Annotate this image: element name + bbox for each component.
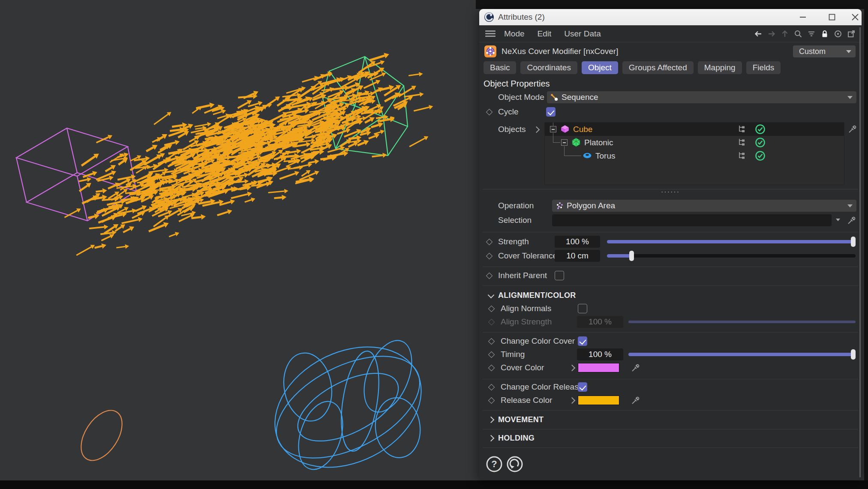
cover-tolerance-input[interactable]: 10 cm [555, 250, 600, 262]
object-mode-label: Object Mode [498, 91, 544, 104]
strength-slider[interactable] [607, 240, 856, 243]
cover-color-eyedropper-icon[interactable] [630, 362, 641, 373]
alignment-color-section-header[interactable]: ALIGNMENT/COLOR [479, 288, 862, 302]
tree-expander-icon[interactable] [550, 126, 556, 132]
keyframe-diamond-icon[interactable] [486, 273, 493, 279]
tab-object[interactable]: Object [582, 61, 618, 74]
tree-expander-icon[interactable] [561, 139, 568, 146]
tab-basic[interactable]: Basic [484, 61, 516, 74]
preset-dropdown[interactable]: Custom [793, 45, 856, 57]
help-icon[interactable]: ? [485, 455, 503, 473]
strength-input[interactable]: 100 % [555, 236, 600, 248]
window-titlebar[interactable]: Attributes (2) [479, 9, 862, 25]
hierarchy-branch-icon[interactable] [737, 138, 747, 148]
maximize-button[interactable] [825, 9, 839, 25]
search-icon[interactable] [793, 29, 803, 39]
inherit-parent-row: Inherit Parent [479, 269, 862, 282]
reset-icon[interactable] [506, 455, 524, 473]
change-color-release-label: Change Color Release [501, 381, 583, 393]
release-color-swatch[interactable] [578, 396, 619, 405]
tab-groups-affected[interactable]: Groups Affected [622, 61, 694, 74]
filter-icon[interactable] [806, 29, 817, 39]
chevron-right-icon[interactable] [569, 397, 576, 404]
panel-splitter[interactable]: ······ [479, 189, 862, 195]
change-color-cover-checkbox[interactable] [578, 336, 587, 346]
slider-handle[interactable] [851, 349, 856, 360]
tree-item-name[interactable]: Cube [573, 123, 592, 136]
hierarchy-branch-icon[interactable] [737, 151, 747, 161]
objects-tree[interactable]: CubePlatonicTorus [544, 122, 844, 185]
chevron-down-icon[interactable] [836, 219, 840, 221]
wireframe-spline-circle[interactable] [73, 403, 131, 468]
menu-icon-bar [753, 29, 856, 39]
align-normals-checkbox[interactable] [578, 304, 587, 313]
up-icon[interactable] [780, 29, 790, 39]
window-title: Attributes (2) [498, 9, 545, 25]
enabled-check-icon[interactable] [755, 124, 766, 135]
keyframe-diamond-icon[interactable] [486, 109, 493, 116]
inherit-parent-checkbox[interactable] [555, 271, 564, 280]
keyframe-diamond-icon[interactable] [488, 351, 495, 358]
keyframe-diamond-icon[interactable] [486, 239, 493, 246]
cycle-checkbox[interactable] [546, 107, 556, 117]
menu-item-edit[interactable]: Edit [538, 25, 552, 42]
chevron-right-icon[interactable] [569, 365, 576, 372]
enabled-check-icon[interactable] [755, 137, 766, 148]
selection-input[interactable] [552, 214, 832, 226]
release-color-eyedropper-icon[interactable] [630, 395, 641, 406]
new-window-icon[interactable] [846, 29, 856, 39]
strength-row: Strength 100 % [479, 235, 862, 248]
enabled-check-icon[interactable] [755, 150, 766, 161]
cube-object-icon [560, 124, 570, 134]
tab-mapping[interactable]: Mapping [698, 61, 742, 74]
panel-scrollbar[interactable] [859, 27, 861, 477]
tree-guide-line [553, 142, 560, 143]
slider-handle[interactable] [629, 251, 634, 261]
target-icon[interactable] [833, 29, 843, 39]
hamburger-menu-icon[interactable] [485, 30, 496, 38]
cycle-row: Cycle [479, 105, 862, 118]
cover-tolerance-slider[interactable] [607, 254, 856, 258]
holding-section-header[interactable]: HOLDING [479, 431, 862, 445]
minimize-button[interactable] [796, 9, 810, 25]
keyframe-diamond-icon[interactable] [488, 306, 495, 312]
section-title: MOVEMENT [498, 413, 544, 426]
tree-item-name[interactable]: Platonic [584, 136, 613, 149]
pick-object-eyedropper-icon[interactable] [847, 123, 858, 135]
keyframe-diamond-icon[interactable] [488, 365, 495, 372]
object-title: NeXus Cover Modifier [nxCover] [502, 42, 618, 60]
back-icon[interactable] [753, 29, 763, 39]
slider-fill [607, 240, 856, 243]
tree-row-torus[interactable]: Torus [545, 149, 844, 162]
lock-icon[interactable] [820, 29, 830, 39]
movement-section-header[interactable]: MOVEMENT [479, 413, 862, 426]
keyframe-diamond-icon[interactable] [488, 384, 495, 391]
change-color-release-checkbox[interactable] [578, 382, 587, 392]
wireframe-torus[interactable] [255, 323, 442, 480]
close-button[interactable] [848, 9, 862, 25]
tree-row-cube[interactable]: Cube [545, 123, 844, 136]
hierarchy-branch-icon[interactable] [737, 124, 747, 135]
menu-item-mode[interactable]: Mode [504, 25, 525, 42]
release-color-label: Release Color [501, 394, 552, 407]
change-color-cover-row: Change Color Cover [479, 335, 862, 348]
keyframe-diamond-icon[interactable] [488, 338, 495, 345]
object-mode-dropdown[interactable]: Sequence [547, 91, 856, 103]
timing-slider[interactable] [628, 353, 856, 356]
tab-fields[interactable]: Fields [746, 61, 781, 74]
forward-icon[interactable] [766, 29, 777, 39]
keyframe-diamond-icon[interactable] [486, 253, 493, 260]
cover-color-swatch[interactable] [578, 363, 619, 372]
slider-handle[interactable] [851, 237, 856, 247]
timing-input[interactable]: 100 % [577, 348, 623, 360]
operation-dropdown[interactable]: Polygon Area [552, 200, 856, 212]
tree-row-platonic[interactable]: Platonic [545, 136, 844, 149]
keyframe-diamond-icon[interactable] [488, 397, 495, 404]
chevron-right-icon[interactable] [533, 126, 540, 133]
menu-item-user-data[interactable]: User Data [564, 25, 601, 42]
tree-guide-line [553, 133, 553, 142]
tab-coordinates[interactable]: Coordinates [520, 61, 577, 74]
selection-eyedropper-icon[interactable] [846, 215, 857, 226]
cycle-label: Cycle [498, 105, 519, 118]
tree-item-name[interactable]: Torus [595, 149, 615, 162]
